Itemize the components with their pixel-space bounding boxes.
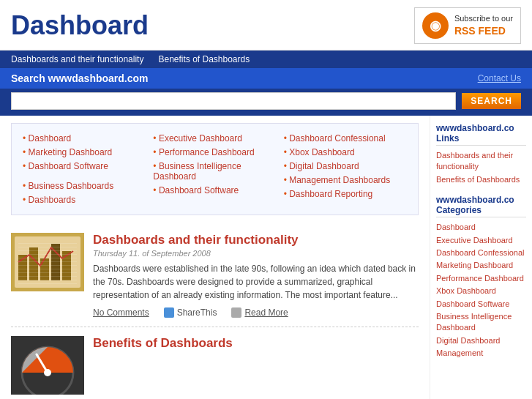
article-body-benefits: Benefits of Dashboards [93,336,419,395]
svg-rect-3 [29,247,38,280]
article-thumb-dashboards [11,233,84,291]
read-more-link[interactable]: Read More [244,307,288,318]
links-grid: Dashboard Marketing Dashboard Dashboard … [23,133,407,206]
sidebar-links-section: wwwdashboard.co Links Dashboards and the… [436,123,526,186]
nav-bar: Dashboards and their functionality Benef… [0,51,532,68]
sidebar-cat-executive[interactable]: Executive Dashboard [436,234,526,247]
link-dashboard-reporting[interactable]: Dashboard Reporting [284,188,407,200]
page-header: Dashboard ◉ Subscribe to our RSS FEED [0,0,532,51]
link-xbox-dashboard[interactable]: Xbox Dashboard [284,146,407,158]
sidebar-cat-marketing[interactable]: Marketing Dashboard [436,259,526,272]
main-layout: Dashboard Marketing Dashboard Dashboard … [0,116,532,399]
sidebar-cat-xbox[interactable]: Xbox Dashboard [436,285,526,297]
article-date-dashboards: Thursday 11. of September 2008 [93,249,419,258]
no-comments-link[interactable]: No Comments [93,307,149,318]
sidebar-link-dashboards-functionality[interactable]: Dashboards and their functionality [436,149,526,174]
sidebar-categories-title: wwwdashboard.co Categories [436,195,526,217]
svg-rect-5 [51,244,60,280]
link-dashboard[interactable]: Dashboard [23,133,146,144]
sharethis-icon [164,307,174,318]
nav-item-dashboards-functionality[interactable]: Dashboards and their functionality [11,54,143,64]
link-bi-dashboard[interactable]: Business Intelligence Dashboard [153,160,276,182]
search-bar: Search wwwdashboard.com Contact Us [0,68,532,89]
svg-rect-6 [62,251,71,280]
rss-feed-label: RSS FEED [454,24,513,39]
article-dashboards-functionality: Dashboards and their functionality Thurs… [11,224,419,327]
share-this[interactable]: ShareThis [164,307,217,318]
svg-rect-0 [11,233,84,291]
sidebar-cat-digital[interactable]: Digital Dashboard [436,335,526,347]
readmore-icon [231,307,241,318]
rss-subscribe-label: Subscribe to our [454,14,513,23]
links-col1: Dashboard Marketing Dashboard Dashboard … [23,133,146,206]
sidebar-links-title: wwwdashboard.co Links [436,123,526,146]
read-more-container[interactable]: Read More [231,307,288,318]
sidebar: wwwdashboard.co Links Dashboards and the… [430,116,532,399]
link-performance-dashboard[interactable]: Performance Dashboard [153,146,276,158]
nav-item-benefits[interactable]: Benefits of Dashboards [158,54,250,64]
link-business-dashboards[interactable]: Business Dashboards [23,180,146,192]
sidebar-link-benefits[interactable]: Benefits of Dashboards [436,174,526,186]
svg-rect-4 [40,258,49,280]
sidebar-categories-section: wwwdashboard.co Categories Dashboard Exe… [436,195,526,359]
thumb-gauge-icon [11,336,84,395]
article-title-dashboards[interactable]: Dashboards and their functionality [93,233,419,247]
link-dashboard-software-1[interactable]: Dashboard Software [23,160,146,172]
article-thumb-benefits [11,336,84,395]
rss-text: Subscribe to our RSS FEED [454,13,513,39]
contact-link[interactable]: Contact Us [478,73,521,83]
links-col2: Executive Dashboard Performance Dashboar… [153,133,276,206]
link-management-dashboards[interactable]: Management Dashboards [284,174,407,186]
link-dashboard-confessional[interactable]: Dashboard Confessional [284,133,407,144]
sidebar-cat-dashboard[interactable]: Dashboard [436,221,526,234]
sharethis-label: ShareThis [177,307,217,318]
svg-rect-1 [15,236,80,288]
sidebar-cat-confessional[interactable]: Dashboard Confessional [436,247,526,259]
article-body-dashboards: Dashboards and their functionality Thurs… [93,233,419,318]
links-col3: Dashboard Confessional Xbox Dashboard Di… [284,133,407,206]
sidebar-cat-software[interactable]: Dashboard Software [436,298,526,310]
content-area: Dashboard Marketing Dashboard Dashboard … [0,116,430,399]
sidebar-cat-management[interactable]: Management [436,347,526,359]
page-title: Dashboard [11,10,149,41]
link-marketing-dashboard[interactable]: Marketing Dashboard [23,146,146,158]
thumb-chart-icon [11,233,84,291]
article-excerpt-dashboards: Dashboards were established in the late … [93,262,419,302]
article-title-benefits[interactable]: Benefits of Dashboards [93,336,419,351]
rss-box[interactable]: ◉ Subscribe to our RSS FEED [414,7,521,44]
sidebar-cat-bi[interactable]: Business Intelligence Dashboard [436,310,526,335]
link-dashboard-software-2[interactable]: Dashboard Software [153,184,276,196]
search-button[interactable]: SEARCH [462,93,521,109]
link-executive-dashboard[interactable]: Executive Dashboard [153,133,276,144]
search-input-row: SEARCH [0,89,532,116]
search-label: Search wwwdashboard.com [11,72,149,84]
sidebar-cat-performance[interactable]: Performance Dashboard [436,272,526,285]
link-digital-dashboard[interactable]: Digital Dashboard [284,160,407,172]
search-input[interactable] [11,92,456,110]
svg-rect-2 [18,255,27,280]
article-benefits-dashboards: Benefits of Dashboards [11,327,419,399]
link-dashboards[interactable]: Dashboards [23,194,146,206]
links-panel: Dashboard Marketing Dashboard Dashboard … [11,123,419,215]
article-footer-dashboards: No Comments ShareThis Read More [93,307,419,318]
rss-icon: ◉ [422,12,449,39]
